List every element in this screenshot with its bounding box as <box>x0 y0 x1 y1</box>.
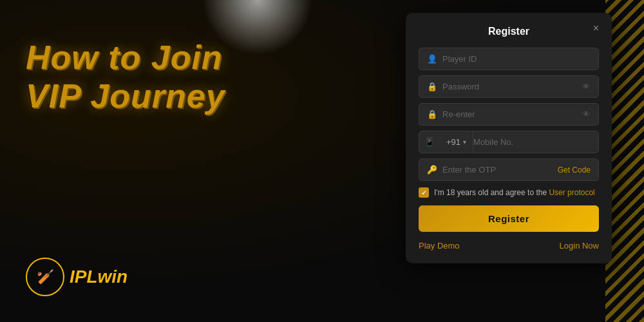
title-line2: VIP Journey <box>26 77 225 116</box>
phone-prefix-selector[interactable]: +91 ▾ <box>440 131 473 153</box>
background: How to Join VIP Journey 🏏 IPLwin Registe… <box>0 0 644 322</box>
logo-text: IPLwin <box>70 267 128 287</box>
modal-header: Register × <box>419 26 599 37</box>
reenter-password-field: 🔒 👁 <box>419 103 599 126</box>
otp-field: 🔑 Get Code <box>419 158 599 181</box>
otp-input[interactable] <box>442 165 553 175</box>
chevron-down-icon: ▾ <box>463 138 466 146</box>
get-code-button[interactable]: Get Code <box>558 166 591 175</box>
phone-number-input[interactable] <box>473 131 598 153</box>
cricket-icon: 🏏 <box>37 269 54 285</box>
password-input[interactable] <box>442 82 577 91</box>
bottom-links: Play Demo Login Now <box>419 241 599 251</box>
logo-gold-part: win <box>98 267 128 287</box>
logo-white-part: IPL <box>70 267 98 287</box>
modal-title: Register <box>488 26 529 37</box>
player-id-field: 👤 <box>419 48 599 70</box>
phone-prefix-value: +91 <box>446 137 460 147</box>
eye-icon-password[interactable]: 👁 <box>582 82 591 91</box>
key-icon: 🔑 <box>427 165 437 175</box>
logo-circle: 🏏 <box>26 258 64 296</box>
age-agreement-text: I'm 18 years old and agree to the User p… <box>434 188 595 197</box>
login-now-link[interactable]: Login Now <box>560 241 599 251</box>
player-id-input[interactable] <box>442 54 591 64</box>
lock-icon: 🔒 <box>427 82 437 91</box>
lock-icon-reenter: 🔒 <box>427 109 437 119</box>
play-demo-link[interactable]: Play Demo <box>419 241 460 251</box>
phone-icon: 📱 <box>419 131 440 153</box>
title-line1: How to Join <box>26 39 225 77</box>
age-agreement-row: I'm 18 years old and agree to the User p… <box>419 187 599 198</box>
password-field: 🔒 👁 <box>419 75 599 98</box>
user-protocol-link[interactable]: User protocol <box>549 188 594 197</box>
left-content: How to Join VIP Journey <box>26 39 225 116</box>
register-button[interactable]: Register <box>419 205 599 232</box>
logo-area: 🏏 IPLwin <box>26 258 128 296</box>
user-icon: 👤 <box>427 54 437 64</box>
close-button[interactable]: × <box>593 23 599 33</box>
eye-icon-reenter[interactable]: 👁 <box>582 109 591 119</box>
phone-field: 📱 +91 ▾ <box>419 131 599 153</box>
reenter-password-input[interactable] <box>442 109 577 119</box>
age-checkbox[interactable] <box>419 187 429 198</box>
register-modal: Register × 👤 🔒 👁 🔒 👁 📱 +91 ▾ <box>406 13 612 263</box>
page-title: How to Join VIP Journey <box>26 39 225 116</box>
